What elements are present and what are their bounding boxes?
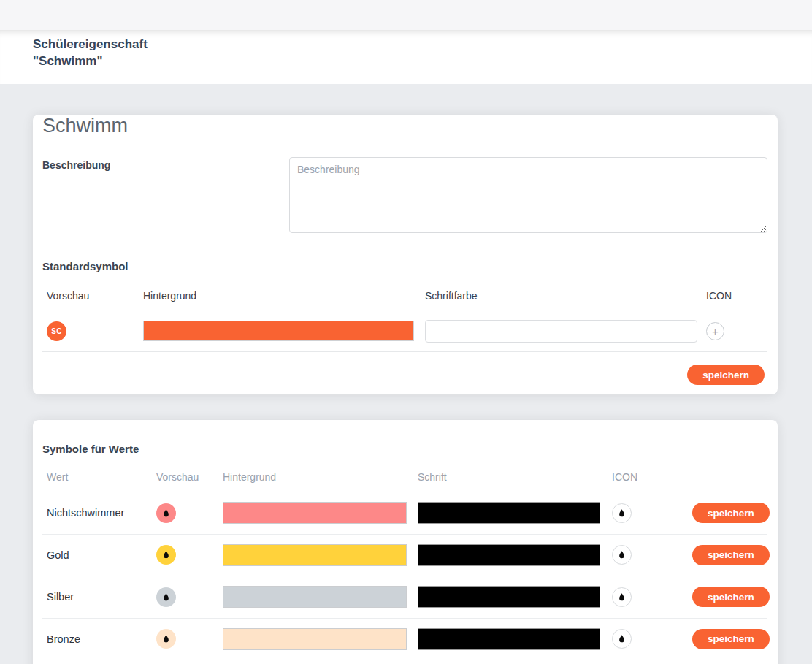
row-icon-button[interactable]: [612, 503, 632, 523]
property-title: Schwimm: [42, 115, 767, 137]
value-label: Bronze: [47, 633, 156, 645]
row-save-button[interactable]: speichern: [692, 503, 770, 523]
values-table-body: Nichtschwimmer speichern Gold: [42, 492, 767, 660]
row-background-color-picker[interactable]: [223, 586, 407, 608]
drop-icon: [161, 592, 171, 602]
standard-symbol-card: Schwimm Beschreibung Standardsymbol Vors…: [33, 115, 778, 394]
value-label: Silber: [47, 591, 156, 603]
row-background-color-picker[interactable]: [223, 502, 407, 524]
row-background-color-picker[interactable]: [223, 544, 407, 566]
col-wert: Wert: [47, 471, 156, 483]
values-table-header: Wert Vorschau Hintergrund Schrift ICON: [42, 455, 767, 492]
row-save-button[interactable]: speichern: [692, 545, 770, 565]
drop-icon: [617, 508, 627, 518]
standard-table-row: SC +: [42, 310, 767, 352]
col-vorschau: Vorschau: [47, 290, 143, 302]
add-icon-button[interactable]: +: [706, 322, 724, 340]
value-label: Gold: [47, 549, 156, 561]
value-preview-badge: [156, 545, 176, 565]
drop-icon: [161, 550, 171, 560]
value-row: Nichtschwimmer speichern: [42, 492, 767, 535]
value-row: Bronze speichern: [42, 619, 767, 661]
col-icon: ICON: [706, 290, 767, 302]
row-font-color-picker[interactable]: [418, 628, 600, 650]
font-color-input[interactable]: [425, 320, 697, 343]
row-icon-button[interactable]: [612, 545, 632, 565]
description-textarea[interactable]: [289, 157, 767, 233]
page-title: Schülereigenschaft "Schwimm": [33, 36, 812, 69]
drop-icon: [161, 634, 171, 644]
value-preview-badge: [156, 503, 176, 523]
drop-icon: [161, 508, 171, 518]
preview-badge: SC: [47, 321, 66, 341]
description-label: Beschreibung: [42, 157, 289, 233]
value-preview-badge: [156, 629, 176, 649]
row-font-color-picker[interactable]: [418, 502, 600, 524]
col-vorschau: Vorschau: [156, 471, 223, 483]
background-color-picker[interactable]: [143, 321, 414, 341]
col-schriftfarbe: Schriftfarbe: [425, 290, 706, 302]
value-row: Silber speichern: [42, 576, 767, 619]
row-font-color-picker[interactable]: [418, 544, 600, 566]
col-hintergrund: Hintergrund: [143, 290, 425, 302]
row-font-color-picker[interactable]: [418, 586, 600, 608]
top-strip: [0, 0, 812, 30]
row-icon-button[interactable]: [612, 587, 632, 607]
row-save-button[interactable]: speichern: [692, 587, 770, 607]
standard-table-header: Vorschau Hintergrund Schriftfarbe ICON: [42, 272, 767, 310]
drop-icon: [617, 634, 627, 644]
col-hintergrund: Hintergrund: [223, 471, 418, 483]
value-preview-badge: [156, 587, 176, 607]
value-row: Gold speichern: [42, 535, 767, 577]
col-schrift: Schrift: [418, 471, 612, 483]
drop-icon: [617, 592, 627, 602]
page-header: Schülereigenschaft "Schwimm": [0, 30, 812, 84]
value-symbols-card: Symbole für Werte Wert Vorschau Hintergr…: [33, 420, 778, 664]
row-background-color-picker[interactable]: [223, 628, 407, 650]
value-label: Nichtschwimmer: [47, 507, 156, 519]
row-icon-button[interactable]: [612, 629, 632, 649]
value-symbols-heading: Symbole für Werte: [42, 420, 767, 455]
save-standard-button[interactable]: speichern: [687, 365, 765, 385]
row-save-button[interactable]: speichern: [692, 629, 770, 649]
plus-icon: +: [712, 326, 719, 337]
standard-symbol-heading: Standardsymbol: [42, 260, 767, 272]
drop-icon: [617, 550, 627, 560]
col-icon: ICON: [612, 471, 692, 483]
